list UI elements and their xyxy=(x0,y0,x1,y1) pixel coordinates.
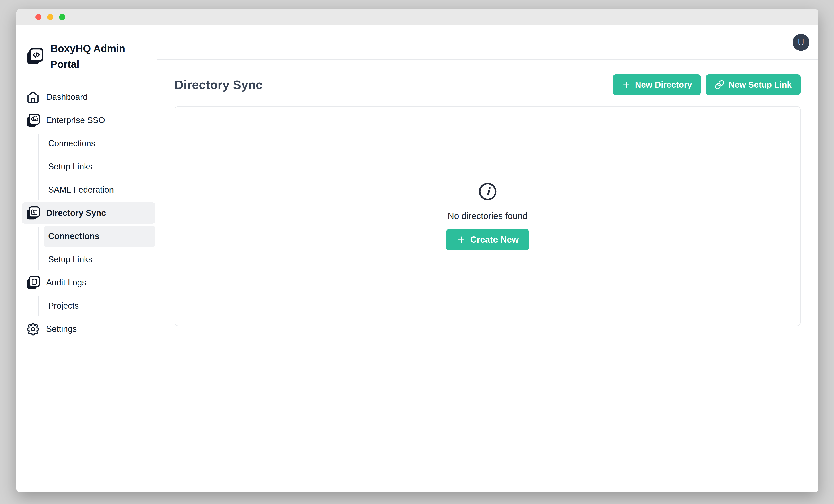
close-window-button[interactable] xyxy=(36,14,42,20)
main-content: Directory Sync New Directory xyxy=(157,60,818,492)
window-titlebar xyxy=(16,9,818,25)
sidebar-item-projects[interactable]: Projects xyxy=(44,295,155,316)
clipboard-sticker-icon xyxy=(25,275,41,290)
sidebar-item-enterprise-sso[interactable]: Enterprise SSO xyxy=(22,110,155,131)
sidebar-item-label: Connections xyxy=(48,232,100,241)
sidebar-item-label: Setup Links xyxy=(48,162,92,172)
user-avatar[interactable]: U xyxy=(792,34,810,51)
avatar-letter: U xyxy=(798,38,804,47)
sidebar-item-label: Directory Sync xyxy=(46,208,106,218)
sidebar-item-dsync-setup-links[interactable]: Setup Links xyxy=(44,249,155,270)
link-icon xyxy=(715,80,725,90)
top-header: U xyxy=(157,25,818,60)
new-setup-link-button[interactable]: New Setup Link xyxy=(706,74,800,95)
sidebar-group-audit-logs: Projects xyxy=(16,295,157,319)
minimize-window-button[interactable] xyxy=(47,14,53,20)
gear-icon xyxy=(25,321,41,337)
sidebar-item-label: Setup Links xyxy=(48,255,92,264)
sidebar-item-sso-setup-links[interactable]: Setup Links xyxy=(44,156,155,177)
plus-icon xyxy=(622,80,631,89)
create-new-button[interactable]: Create New xyxy=(446,229,529,250)
sidebar-item-label: Settings xyxy=(46,324,77,334)
sidebar-item-label: Connections xyxy=(48,139,95,148)
page-title: Directory Sync xyxy=(175,78,263,92)
sidebar-item-label: Audit Logs xyxy=(46,278,86,287)
sidebar-item-dsync-connections[interactable]: Connections xyxy=(44,226,155,247)
app-logo[interactable]: BoxyHQ Admin Portal xyxy=(16,41,157,72)
sidebar-item-label: Dashboard xyxy=(46,92,88,102)
svg-text:i: i xyxy=(486,185,491,198)
sidebar-item-dashboard[interactable]: Dashboard xyxy=(22,87,155,108)
new-directory-label: New Directory xyxy=(635,80,692,90)
new-setup-link-label: New Setup Link xyxy=(728,80,792,90)
sidebar-item-directory-sync[interactable]: Directory Sync xyxy=(22,202,155,224)
folder-sync-sticker-icon xyxy=(25,205,41,221)
plus-icon xyxy=(457,235,466,245)
home-icon xyxy=(25,89,41,105)
directories-empty-card: i No directories found Create New xyxy=(175,106,800,326)
empty-state-message: No directories found xyxy=(448,211,528,221)
sidebar: BoxyHQ Admin Portal Dashboard xyxy=(16,25,157,492)
sidebar-item-label: SAML Federation xyxy=(48,185,114,195)
page-actions: New Directory New Setup Link xyxy=(613,74,800,95)
sidebar-group-enterprise-sso: Connections Setup Links SAML Federation xyxy=(16,133,157,202)
info-icon: i xyxy=(478,182,497,201)
app-window: BoxyHQ Admin Portal Dashboard xyxy=(16,9,818,492)
sidebar-item-audit-logs[interactable]: Audit Logs xyxy=(22,272,155,293)
sidebar-group-directory-sync: Connections Setup Links xyxy=(16,226,157,272)
cloud-key-sticker-icon xyxy=(25,113,41,128)
create-new-label: Create New xyxy=(470,235,519,245)
sidebar-item-label: Projects xyxy=(48,301,79,311)
zoom-window-button[interactable] xyxy=(59,14,65,20)
app-title: BoxyHQ Admin Portal xyxy=(50,41,128,72)
sidebar-item-saml-federation[interactable]: SAML Federation xyxy=(44,179,155,200)
new-directory-button[interactable]: New Directory xyxy=(613,74,701,95)
code-sticker-icon xyxy=(25,47,44,66)
sidebar-nav: Dashboard xyxy=(16,87,157,342)
sidebar-item-sso-connections[interactable]: Connections xyxy=(44,133,155,154)
sidebar-item-label: Enterprise SSO xyxy=(46,115,105,125)
sidebar-item-settings[interactable]: Settings xyxy=(22,319,155,339)
